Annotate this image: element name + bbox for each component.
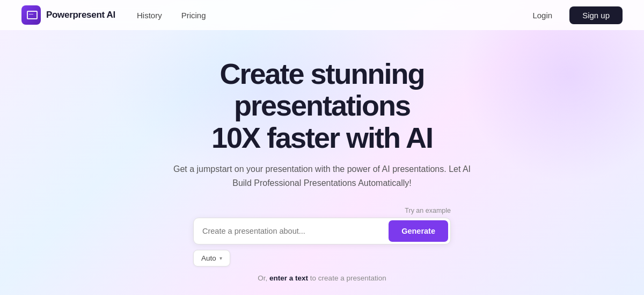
generate-button[interactable]: Generate <box>389 220 448 242</box>
chevron-down-icon: ▾ <box>219 255 222 261</box>
or-suffix: to create a presentation <box>310 274 386 282</box>
nav-links: History Pricing <box>128 8 215 23</box>
logo-icon-inner <box>26 10 36 20</box>
or-text-row: Or, enter a text to create a presentatio… <box>193 274 451 282</box>
nav-pricing[interactable]: Pricing <box>173 8 215 23</box>
logo-icon <box>21 5 41 25</box>
main-content: Create stunning presentations 10X faster… <box>0 30 644 295</box>
app-title: Powerpresent AI <box>46 10 115 20</box>
logo-area: Powerpresent AI <box>21 5 115 25</box>
headline: Create stunning presentations 10X faster… <box>134 58 510 154</box>
input-section: Try an example Generate Auto ▾ Or, enter… <box>193 207 451 282</box>
try-example-label: Try an example <box>193 207 451 214</box>
options-row: Auto ▾ <box>193 250 451 267</box>
subheadline: Get a jumpstart on your presentation wit… <box>166 162 478 190</box>
auto-dropdown[interactable]: Auto ▾ <box>193 250 230 267</box>
navbar: Powerpresent AI History Pricing Login Si… <box>0 0 644 30</box>
input-row: Generate <box>193 218 451 244</box>
signup-button[interactable]: Sign up <box>569 6 623 24</box>
or-highlight: enter a text <box>269 274 308 282</box>
nav-right: Login Sign up <box>522 6 623 24</box>
presentation-input[interactable] <box>194 219 386 243</box>
nav-history[interactable]: History <box>128 8 171 23</box>
auto-label: Auto <box>201 254 216 262</box>
headline-line1: Create stunning presentations <box>219 57 424 121</box>
headline-line2: 10X faster with AI <box>134 122 510 154</box>
or-prefix: Or, <box>258 274 267 282</box>
login-button[interactable]: Login <box>522 7 563 24</box>
